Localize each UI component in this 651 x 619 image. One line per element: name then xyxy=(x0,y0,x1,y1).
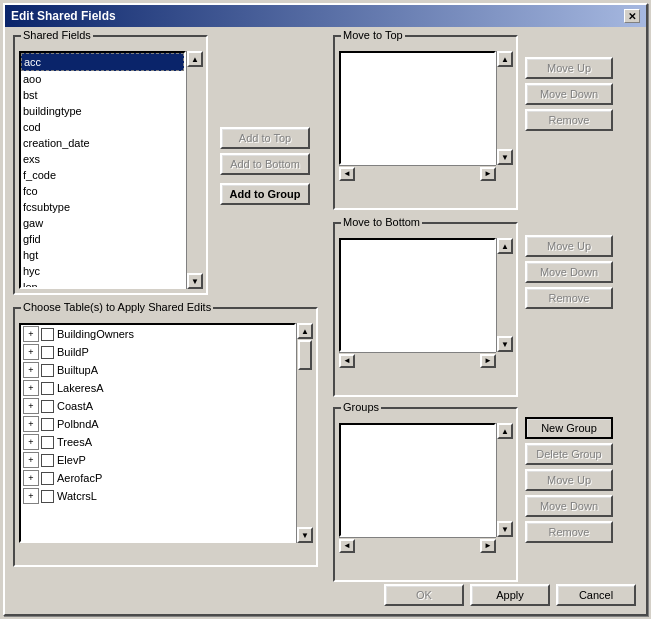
groups-moveup-button[interactable]: Move Up xyxy=(525,469,613,491)
tree-item[interactable]: + AerofacP xyxy=(21,469,294,487)
list-item[interactable]: bst xyxy=(21,87,184,103)
title-bar: Edit Shared Fields ✕ xyxy=(5,5,646,27)
tables-listbox[interactable]: + BuildingOwners + BuildP + BuiltupA xyxy=(19,323,296,543)
scroll-down-btn[interactable]: ▼ xyxy=(297,527,313,543)
scroll-right-btn[interactable]: ► xyxy=(480,539,496,553)
groups-buttons: New Group Delete Group Move Up Move Down… xyxy=(525,417,613,543)
list-item[interactable]: f_code xyxy=(21,167,184,183)
expand-icon[interactable]: + xyxy=(23,434,39,450)
list-item[interactable]: acc xyxy=(21,53,184,71)
list-item[interactable]: len_ xyxy=(21,279,184,289)
tree-item[interactable]: + BuildingOwners xyxy=(21,325,294,343)
tree-item[interactable]: + BuiltupA xyxy=(21,361,294,379)
list-item[interactable]: fco xyxy=(21,183,184,199)
expand-icon[interactable]: + xyxy=(23,326,39,342)
move-top-moveup-button[interactable]: Move Up xyxy=(525,57,613,79)
list-item[interactable]: gfid xyxy=(21,231,184,247)
scroll-up-btn[interactable]: ▲ xyxy=(497,238,513,254)
list-item[interactable]: aoo xyxy=(21,71,184,87)
list-item[interactable]: hgt xyxy=(21,247,184,263)
groups-scrollbar-h[interactable]: ◄ ► xyxy=(339,537,496,553)
scroll-thumb[interactable] xyxy=(298,340,312,370)
tables-panel: Choose Table(s) to Apply Shared Edits + … xyxy=(13,307,318,567)
move-top-movedown-button[interactable]: Move Down xyxy=(525,83,613,105)
tree-item[interactable]: + WatcrsL xyxy=(21,487,294,505)
move-to-bottom-listbox[interactable] xyxy=(339,238,496,352)
scroll-left-btn[interactable]: ◄ xyxy=(339,354,355,368)
groups-remove-button[interactable]: Remove xyxy=(525,521,613,543)
checkbox[interactable] xyxy=(41,490,54,503)
move-bottom-moveup-button[interactable]: Move Up xyxy=(525,235,613,257)
move-top-scrollbar-v[interactable]: ▲ ▼ xyxy=(496,51,512,165)
scroll-down-btn[interactable]: ▼ xyxy=(187,273,203,289)
list-item[interactable]: gaw xyxy=(21,215,184,231)
scroll-left-btn[interactable]: ◄ xyxy=(339,539,355,553)
ok-button[interactable]: OK xyxy=(384,584,464,606)
list-item[interactable]: buildingtype xyxy=(21,103,184,119)
cancel-button[interactable]: Cancel xyxy=(556,584,636,606)
scroll-up-btn[interactable]: ▲ xyxy=(187,51,203,67)
move-top-remove-button[interactable]: Remove xyxy=(525,109,613,131)
list-item[interactable]: hyc xyxy=(21,263,184,279)
checkbox[interactable] xyxy=(41,346,54,359)
expand-icon[interactable]: + xyxy=(23,380,39,396)
scroll-right-btn[interactable]: ► xyxy=(480,354,496,368)
expand-icon[interactable]: + xyxy=(23,416,39,432)
expand-icon[interactable]: + xyxy=(23,488,39,504)
close-button[interactable]: ✕ xyxy=(624,9,640,23)
scroll-down-btn[interactable]: ▼ xyxy=(497,149,513,165)
tables-scrollbar-v[interactable]: ▲ ▼ xyxy=(296,323,312,543)
scroll-right-btn[interactable]: ► xyxy=(480,167,496,181)
scrollbar-vertical[interactable]: ▲ ▼ xyxy=(186,51,202,289)
tree-item[interactable]: + BuildP xyxy=(21,343,294,361)
tables-label: Choose Table(s) to Apply Shared Edits xyxy=(21,301,213,313)
tree-item[interactable]: + ElevP xyxy=(21,451,294,469)
move-to-bottom-panel: Move to Bottom ▲ ▼ ◄ ► xyxy=(333,222,518,397)
tree-item[interactable]: + TreesA xyxy=(21,433,294,451)
add-to-top-button[interactable]: Add to Top xyxy=(220,127,310,149)
checkbox[interactable] xyxy=(41,418,54,431)
list-item[interactable]: creation_date xyxy=(21,135,184,151)
scroll-up-btn[interactable]: ▲ xyxy=(497,51,513,67)
expand-icon[interactable]: + xyxy=(23,470,39,486)
groups-movedown-button[interactable]: Move Down xyxy=(525,495,613,517)
checkbox[interactable] xyxy=(41,328,54,341)
expand-icon[interactable]: + xyxy=(23,362,39,378)
apply-button[interactable]: Apply xyxy=(470,584,550,606)
add-to-bottom-button[interactable]: Add to Bottom xyxy=(220,153,310,175)
move-bottom-remove-button[interactable]: Remove xyxy=(525,287,613,309)
scroll-left-btn[interactable]: ◄ xyxy=(339,167,355,181)
scroll-down-btn[interactable]: ▼ xyxy=(497,336,513,352)
delete-group-button[interactable]: Delete Group xyxy=(525,443,613,465)
list-item[interactable]: fcsubtype xyxy=(21,199,184,215)
checkbox[interactable] xyxy=(41,436,54,449)
scroll-up-btn[interactable]: ▲ xyxy=(497,423,513,439)
checkbox[interactable] xyxy=(41,364,54,377)
checkbox[interactable] xyxy=(41,472,54,485)
expand-icon[interactable]: + xyxy=(23,452,39,468)
checkbox[interactable] xyxy=(41,382,54,395)
add-to-group-button[interactable]: Add to Group xyxy=(220,183,310,205)
scroll-down-btn[interactable]: ▼ xyxy=(497,521,513,537)
tree-item[interactable]: + PolbndA xyxy=(21,415,294,433)
list-item[interactable]: exs xyxy=(21,151,184,167)
groups-scrollbar-v[interactable]: ▲ ▼ xyxy=(496,423,512,537)
move-to-top-buttons: Move Up Move Down Remove xyxy=(525,57,613,131)
tree-item[interactable]: + CoastA xyxy=(21,397,294,415)
expand-icon[interactable]: + xyxy=(23,344,39,360)
checkbox[interactable] xyxy=(41,400,54,413)
move-bottom-movedown-button[interactable]: Move Down xyxy=(525,261,613,283)
move-bottom-scrollbar-v[interactable]: ▲ ▼ xyxy=(496,238,512,352)
tree-item[interactable]: + LakeresA xyxy=(21,379,294,397)
scroll-up-btn[interactable]: ▲ xyxy=(297,323,313,339)
list-item[interactable]: cod xyxy=(21,119,184,135)
groups-listbox[interactable] xyxy=(339,423,496,537)
move-top-scrollbar-h[interactable]: ◄ ► xyxy=(339,165,496,181)
new-group-button[interactable]: New Group xyxy=(525,417,613,439)
move-to-top-label: Move to Top xyxy=(341,29,405,41)
checkbox[interactable] xyxy=(41,454,54,467)
move-bottom-scrollbar-h[interactable]: ◄ ► xyxy=(339,352,496,368)
move-to-top-listbox[interactable] xyxy=(339,51,496,165)
expand-icon[interactable]: + xyxy=(23,398,39,414)
shared-fields-listbox[interactable]: acc aoo bst buildingtype cod creation_da… xyxy=(19,51,186,289)
